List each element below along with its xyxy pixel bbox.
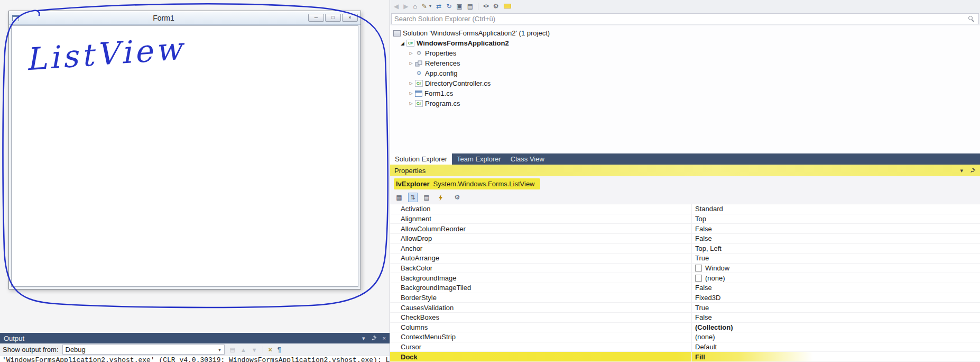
tree-item-appconfig[interactable]: ⚙ App.config (390, 68, 980, 78)
output-log-line: 'WindowsFormsApplication2.vshost.exe' (C… (0, 356, 390, 362)
designed-form[interactable]: Form1 ─ □ × (8, 11, 361, 289)
clear-all-output-icon[interactable]: × (269, 346, 272, 354)
object-name: lvExplorer (396, 180, 430, 188)
right-tool-windows: ◀ ▶ ⌂ ✎ ▾ ⇄ ↻ ▣ ▤ <> ⚙ Solution 'Windows… (390, 0, 980, 362)
solution-explorer-search (390, 12, 980, 25)
pin-icon[interactable] (371, 336, 377, 341)
csharp-project-icon: C# (406, 40, 414, 47)
refresh-icon[interactable]: ↻ (446, 3, 451, 10)
collapsed-arrow-icon[interactable]: ▷ (407, 51, 415, 56)
properties-panel: Properties ▾ lvExplorer System.Windows.F… (390, 165, 980, 362)
form-titlebar[interactable]: Form1 ─ □ × (9, 11, 360, 25)
property-row[interactable]: Activation Standard (390, 204, 980, 214)
forward-icon[interactable]: ▶ (403, 3, 408, 10)
new-item-icon[interactable]: ✎ (422, 3, 427, 10)
property-pages-icon[interactable]: ⚙ (452, 193, 462, 202)
property-row-columns[interactable]: Columns (Collection) (390, 323, 980, 333)
property-row-backcolor[interactable]: BackColor Window (390, 264, 980, 274)
csharp-file-icon: C# (415, 80, 423, 87)
find-message-icon[interactable]: ▤ (230, 346, 235, 353)
tab-team-explorer[interactable]: Team Explorer (452, 153, 506, 165)
window-position-chevron-icon[interactable]: ▾ (362, 335, 365, 342)
property-row[interactable]: AllowColumnReorder False (390, 224, 980, 234)
property-row[interactable]: Cursor Default (390, 342, 980, 352)
collapsed-arrow-icon[interactable]: ▷ (407, 101, 415, 106)
properties-view-icon[interactable]: ▤ (422, 193, 431, 202)
solution-explorer-toolbar: ◀ ▶ ⌂ ✎ ▾ ⇄ ↻ ▣ ▤ <> ⚙ (390, 0, 980, 12)
pin-icon[interactable] (970, 168, 976, 174)
property-row[interactable]: BorderStyle Fixed3D (390, 293, 980, 303)
maximize-button[interactable]: □ (325, 14, 341, 22)
back-icon[interactable]: ◀ (394, 3, 399, 10)
categorized-icon[interactable]: ▦ (394, 193, 404, 202)
toolbar-separator (263, 346, 263, 354)
references-icon (415, 60, 423, 67)
property-row[interactable]: ContextMenuStrip (none) (390, 332, 980, 342)
property-row-backgroundimage[interactable]: BackgroundImage (none) (390, 273, 980, 283)
tree-item-properties[interactable]: ▷ ⚙ Properties (390, 48, 980, 58)
object-type: System.Windows.Forms.ListView (433, 180, 535, 188)
property-row[interactable]: AutoArrange True (390, 254, 980, 264)
properties-toolbar: ▦ ⇅ ▤ ⚙ (390, 191, 980, 204)
property-row[interactable]: CheckBoxes False (390, 313, 980, 323)
csharp-file-icon: C# (415, 100, 423, 107)
form-title: Form1 (19, 14, 308, 22)
output-titlebar: Output ▾ × (0, 333, 390, 343)
search-input[interactable] (392, 15, 968, 23)
color-swatch (695, 265, 702, 272)
alphabetical-icon[interactable]: ⇅ (408, 193, 418, 202)
property-row[interactable]: BackgroundImageTiled False (390, 283, 980, 293)
image-swatch (695, 275, 702, 282)
show-all-files-icon[interactable]: ▤ (467, 3, 473, 10)
tree-item-directorycontroller[interactable]: ▷ C# DirectoryController.cs (390, 78, 980, 88)
events-icon[interactable] (436, 193, 445, 202)
collapse-all-icon[interactable]: ▣ (456, 3, 462, 10)
property-row[interactable]: Anchor Top, Left (390, 244, 980, 254)
output-source-select[interactable]: Debug ▾ (62, 345, 225, 355)
collapsed-arrow-icon[interactable]: ▷ (407, 91, 415, 96)
tab-solution-explorer[interactable]: Solution Explorer (390, 153, 452, 165)
sync-with-active-document-icon[interactable]: ⇄ (436, 3, 441, 10)
tree-item-program[interactable]: ▷ C# Program.cs (390, 98, 980, 108)
view-code-icon[interactable]: <> (483, 4, 488, 9)
property-row[interactable]: CausesValidation True (390, 303, 980, 313)
winform-file-icon (415, 91, 422, 97)
tab-class-view[interactable]: Class View (506, 153, 549, 165)
toolbar-separator (478, 3, 478, 10)
tree-item-references[interactable]: ▷ References (390, 58, 980, 68)
collapsed-arrow-icon[interactable]: ▷ (407, 81, 415, 86)
tree-item-form1[interactable]: ▷ Form1.cs (390, 88, 980, 98)
close-button[interactable]: × (342, 14, 358, 22)
property-row-dock-highlighted[interactable]: Dock Fill (390, 352, 980, 362)
form-client-area[interactable] (11, 25, 358, 287)
collapsed-arrow-icon[interactable]: ▷ (407, 61, 415, 66)
highlighter-icon[interactable] (504, 4, 511, 8)
minimize-button[interactable]: ─ (308, 14, 324, 22)
solution-icon (393, 30, 401, 37)
home-icon[interactable]: ⌂ (413, 3, 417, 10)
tree-item-project[interactable]: ◢ C# WindowsFormsApplication2 (390, 38, 980, 48)
property-row[interactable]: Alignment Top (390, 214, 980, 224)
output-toolbar: Show output from: Debug ▾ ▤ ▲ ▼ × ¶ (0, 343, 390, 356)
expanded-arrow-icon[interactable]: ◢ (399, 41, 406, 46)
tree-item-solution[interactable]: Solution 'WindowsFormsApplication2' (1 p… (390, 28, 980, 38)
form-designer-canvas[interactable]: Form1 ─ □ × ListView (0, 0, 390, 333)
properties-wrench-icon[interactable]: ⚙ (493, 3, 499, 10)
output-source-value: Debug (63, 346, 216, 354)
next-message-icon[interactable]: ▼ (252, 347, 257, 353)
selected-object-row[interactable]: lvExplorer System.Windows.Forms.ListView (390, 176, 980, 191)
word-wrap-icon[interactable]: ¶ (278, 346, 281, 354)
chevron-down-icon[interactable]: ▾ (429, 4, 432, 8)
property-row[interactable]: AllowDrop False (390, 234, 980, 244)
form-window-buttons: ─ □ × (308, 14, 358, 22)
chevron-down-icon: ▾ (216, 347, 224, 352)
search-box[interactable] (391, 13, 979, 24)
tool-window-tabs: Solution Explorer Team Explorer Class Vi… (390, 153, 980, 165)
config-file-icon: ⚙ (415, 70, 423, 77)
search-icon (968, 16, 975, 22)
previous-message-icon[interactable]: ▲ (241, 347, 246, 353)
output-title: Output (4, 334, 24, 342)
output-panel: Output ▾ × Show output from: Debug ▾ ▤ ▲… (0, 333, 390, 362)
close-icon[interactable]: × (383, 335, 386, 341)
chevron-down-icon[interactable]: ▾ (960, 167, 963, 174)
